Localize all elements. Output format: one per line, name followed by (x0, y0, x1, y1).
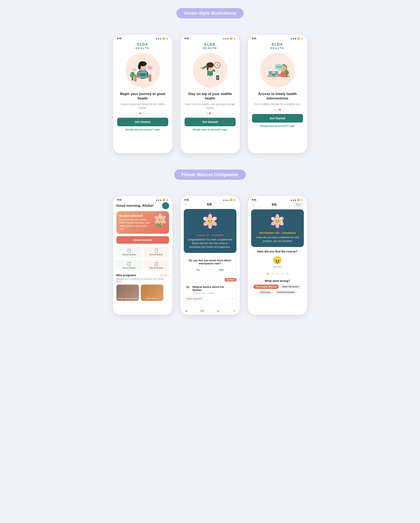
svg-rect-29 (216, 70, 219, 71)
svg-point-39 (272, 71, 275, 74)
survey-question: Do you feel you know more about menopaus… (187, 259, 233, 265)
star-2[interactable]: ★ (271, 271, 275, 276)
svg-point-48 (276, 66, 278, 67)
start-lesson-text: Start lesson! (186, 297, 202, 300)
activity-item-3[interactable]: 📋 Record Activity (116, 260, 142, 271)
up-next-container: Up Next (184, 278, 236, 283)
phone6-page-num: 6/6 (272, 203, 277, 207)
phone5: 9:41 ▲▲▲ 🛜 🔋 ← 6/6 (180, 196, 240, 315)
illustration-doctor-svg (263, 56, 292, 85)
star-5[interactable]: ★ (285, 271, 289, 276)
phone5-header: ← 6/6 (184, 202, 236, 206)
svg-point-89 (275, 221, 276, 222)
phone4-status-bar: 9:41 ▲▲▲ 🛜 🔋 (113, 196, 172, 202)
svg-rect-14 (148, 66, 152, 69)
phone2-logo-bottom: HEALTH (203, 47, 217, 50)
svg-point-64 (161, 220, 162, 221)
survey-box: Do you feel you know more about menopaus… (184, 256, 236, 276)
mini-programs-subtitle: Manage your symptoms by learning more ab… (116, 278, 169, 283)
activity-icon-1: 📋 (127, 248, 131, 253)
phone2-dots (207, 113, 214, 114)
phone2-login-text: Already have an account? Login (193, 128, 227, 131)
skip-btn[interactable]: Skip (293, 202, 303, 207)
wifi-icon2: 🛜 (230, 37, 232, 40)
activity-item-2[interactable]: 📋 Record Activity (144, 246, 169, 258)
survey-no-btn[interactable]: No (192, 267, 204, 272)
start-lesson-arrow[interactable]: → (230, 296, 234, 301)
phone6-content: ← 6/6 Skip (248, 202, 307, 298)
flower-mascot-lesson (187, 213, 233, 232)
section2-label: Flower Mascot Companion (174, 170, 246, 180)
phone2-logo-top: ELDA (203, 42, 217, 47)
phone2-get-started-btn[interactable]: Get Started (185, 118, 236, 126)
hot-complete-text: Looks like you have completed the mini p… (254, 236, 300, 243)
phone3-title: Access to timely health interventions (252, 92, 303, 101)
star-3[interactable]: ★ (276, 271, 279, 276)
phone6-time: 9:41 (252, 199, 257, 201)
activity-label-3: Record Activity (122, 267, 136, 269)
svg-rect-23 (208, 75, 210, 81)
star-4[interactable]: ★ (281, 271, 284, 276)
battery-icon: 🔋 (166, 37, 168, 40)
svg-rect-28 (215, 69, 220, 75)
activity-label-4: Record Activity (149, 267, 163, 269)
battery-icon3: 🔋 (300, 37, 303, 40)
activity-item-1[interactable]: 📋 Record Activity (116, 246, 142, 258)
emoji-face: 😠 (273, 256, 282, 265)
phone6-back-btn[interactable]: ← (251, 203, 255, 207)
hot-flower-mascot (254, 213, 300, 230)
phone5-content: ← 6/6 (180, 202, 240, 307)
svg-rect-24 (210, 75, 213, 81)
svg-point-61 (159, 219, 160, 220)
mini-card-anger[interactable]: Anger Management (116, 285, 139, 301)
phone3-content: ELDA HEALTH (248, 41, 307, 131)
dot-3 (145, 113, 146, 114)
dot3-1 (274, 109, 275, 110)
greeting-text: Good morning, Alisha! (116, 204, 154, 208)
phone1-status-icons: ▲▲▲ 🛜 🔋 (156, 37, 168, 40)
svg-rect-40 (272, 74, 275, 76)
mini-card-hot-flashes[interactable]: Hot Flashes (141, 285, 163, 301)
svg-rect-2 (134, 74, 137, 82)
next-lesson-title: Medical advice about hot flashes (193, 286, 234, 292)
hot-complete-tag: Hot Flashes 101 : Completed (254, 231, 300, 234)
hot-complete-card: Hot Flashes 101 : Completed Looks like y… (251, 209, 304, 247)
dot2-3 (212, 113, 214, 114)
pag-left-arrow[interactable]: ◄ (185, 309, 188, 313)
next-lesson-meta: 🕐 Read Time : 10 mins (193, 292, 234, 294)
survey-yes-btn[interactable]: Yes (215, 267, 228, 272)
wifi-icon: 🛜 (162, 37, 165, 40)
star-1[interactable]: ★ (266, 271, 269, 276)
activity-label-1: Record Activity (122, 253, 136, 256)
phone3-get-started-btn[interactable]: Get Started (252, 114, 303, 123)
see-all-link[interactable]: See all > (160, 274, 169, 276)
mini-card-anger-label: Anger Management (116, 297, 139, 300)
mini-card-hot-flashes-label: Hot Flashes (141, 297, 163, 300)
user-avatar[interactable]: 👤 (162, 202, 169, 209)
phone1: 9:41 ▲▲▲ 🛜 🔋 ELDA HEALTH (113, 35, 172, 153)
hot-flower-svg (270, 213, 285, 229)
next-lesson-num: 02 (186, 286, 191, 289)
create-plan-btn[interactable]: Create my plan (116, 236, 169, 244)
svg-rect-3 (149, 74, 151, 82)
svg-rect-30 (216, 71, 219, 72)
activity-icon-2: 📋 (154, 248, 158, 253)
svg-point-76 (207, 221, 209, 222)
phone6: 9:41 ▲▲▲ 🛜 🔋 ← 6/6 Skip (248, 196, 307, 315)
up-next-badge: Up Next (225, 278, 236, 282)
phone3-logo: ELDA HEALTH (270, 42, 285, 50)
phone1-get-started-btn[interactable]: Get Started (117, 118, 168, 126)
activity-item-4[interactable]: 📋 Record Activity (144, 260, 169, 271)
flower-lesson-svg (202, 213, 218, 229)
emoji-label: Terrible! (273, 265, 282, 268)
tag-poor-quality[interactable]: Poor Quality Material (253, 285, 279, 289)
illustration-active-woman-svg: ★ (196, 56, 224, 85)
no-plan-card: No plan selected! Success is the sum of … (116, 211, 169, 234)
pag-refresh-btn[interactable]: ↺ (233, 309, 235, 313)
tag-content-irrelevant[interactable]: Content Irrelevant (275, 290, 297, 294)
back-arrow-btn[interactable]: ← (184, 202, 188, 206)
tag-dislike-author[interactable]: Didn't like author (280, 285, 301, 289)
pag-right-arrow[interactable]: ► (217, 309, 220, 313)
tag-tech-issue[interactable]: Tech Issue (258, 290, 273, 294)
svg-text:★: ★ (200, 65, 203, 70)
